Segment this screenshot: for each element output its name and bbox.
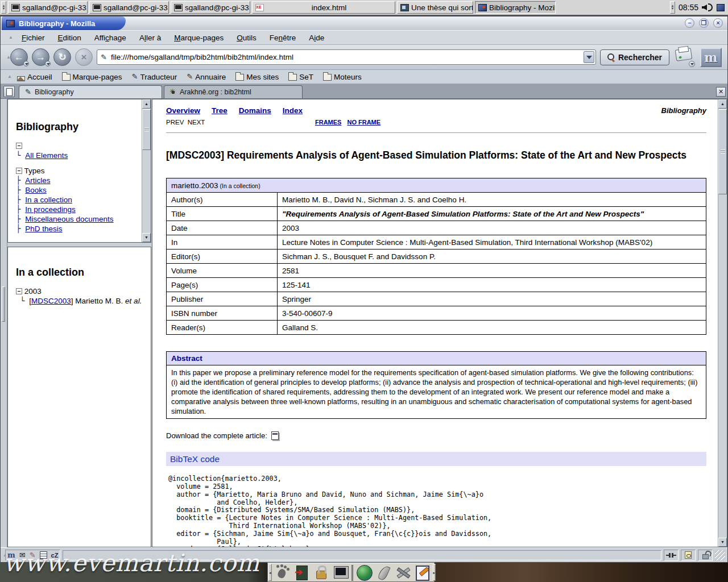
search-button[interactable]: Rechercher — [600, 49, 669, 65]
entry-link[interactable]: MDSC2003 — [31, 297, 71, 305]
bookmark-moteurs[interactable]: Moteurs — [323, 73, 362, 81]
url-dropdown-icon[interactable] — [584, 51, 594, 63]
taskbar-window-button[interactable]: sgalland@pc-gi-33.utbn — [8, 1, 88, 14]
taskbar-window-button[interactable]: sgalland@pc-gi-33.utbn — [89, 1, 169, 14]
back-dropdown-icon[interactable] — [23, 61, 29, 66]
sidebar-link-books[interactable]: Books — [25, 186, 47, 194]
tab-bibliography[interactable]: ✎Bibliography — [19, 85, 162, 98]
bibtex-code: @incollection{marietto.2003, volume = 25… — [168, 475, 706, 547]
mozilla-logo[interactable]: m — [700, 48, 722, 67]
mail-envelope-icon[interactable] — [19, 550, 26, 560]
maximize-button[interactable]: ❐ — [699, 18, 709, 28]
bookmark-pencil-icon[interactable]: ✎ — [101, 54, 107, 61]
offline-indicator[interactable] — [664, 550, 679, 561]
tree-collapse-icon[interactable] — [16, 168, 22, 174]
lock-screen-icon[interactable] — [313, 564, 330, 581]
toolbar-collapse-grippy[interactable]: ▲ — [9, 34, 13, 41]
workspace-switcher[interactable] — [351, 565, 353, 581]
logout-icon[interactable] — [293, 564, 311, 581]
scrollbar-thumb[interactable] — [142, 109, 151, 150]
download-doc-icon[interactable] — [271, 431, 279, 440]
forward-button[interactable]: → — [32, 48, 49, 66]
taskbar-window-button[interactable]: sgalland@pc-gi-33.utbn — [171, 1, 250, 14]
menu-marquepages[interactable]: Marque-pages — [174, 34, 224, 42]
menu-aller[interactable]: Aller à — [139, 34, 161, 42]
scroll-down-button[interactable]: ▼ — [718, 538, 727, 547]
close-button[interactable]: × — [713, 18, 723, 28]
page-nav-link-domains[interactable]: Domains — [239, 106, 271, 115]
scroll-down-button[interactable]: ▼ — [142, 233, 151, 242]
print-button[interactable] — [673, 48, 696, 67]
scroll-up-button[interactable]: ▲ — [718, 99, 727, 109]
applet-icon[interactable] — [717, 4, 725, 11]
sidebar-splitter[interactable] — [1, 99, 7, 547]
sidebar-link-all-elements[interactable]: All Elements — [25, 151, 68, 160]
url-input[interactable] — [110, 52, 581, 62]
toolbar-collapse-grippy[interactable]: ▲ — [7, 73, 12, 81]
bookmark-messites[interactable]: Mes sites — [235, 73, 279, 81]
sidebar-frame-top: Bibliography └ All Elements Types ├ Arti… — [7, 99, 151, 243]
cookie-indicator[interactable] — [681, 550, 696, 561]
feather-icon[interactable] — [375, 564, 392, 581]
frames-link[interactable]: FRAMES — [315, 119, 341, 126]
page-nav-link-index[interactable]: Index — [283, 106, 303, 115]
scroll-up-button[interactable]: ▲ — [142, 99, 151, 109]
sidebar-link-phd-thesis[interactable]: PhD thesis — [25, 225, 62, 233]
taskbar-window-button[interactable]: index.html — [252, 1, 395, 14]
sidebar-link-miscellaneous-documents[interactable]: Miscellaneous documents — [25, 215, 113, 223]
bookmark-accueil[interactable]: Accueil — [17, 73, 52, 81]
security-indicator[interactable] — [698, 550, 713, 561]
taskbar-window-button[interactable]: Une thèse qui sort du lo — [397, 1, 473, 14]
main-scrollbar[interactable]: ▲ ▼ — [718, 99, 727, 547]
mozilla-icon — [478, 4, 487, 11]
noframe-link[interactable]: NO FRAME — [347, 119, 380, 126]
frame-splitter[interactable] — [7, 243, 151, 247]
sidebar-splitter-handle[interactable] — [2, 286, 5, 322]
back-button[interactable]: ← — [10, 48, 28, 66]
menu-fentre[interactable]: Fenêtre — [270, 34, 296, 42]
page-nav-link-tree[interactable]: Tree — [212, 106, 228, 115]
menu-edition[interactable]: Edition — [58, 34, 81, 42]
reload-button[interactable]: ↻ — [53, 48, 71, 66]
sidebar-link-articles[interactable]: Articles — [25, 176, 50, 185]
minimize-button[interactable]: – — [685, 18, 694, 28]
page-nav-link-overview[interactable]: Overview — [166, 106, 200, 115]
chatzilla-icon[interactable] — [51, 550, 59, 560]
taskbar-window-button[interactable]: Bibliography - Mozilla — [475, 1, 556, 14]
tree-collapse-icon[interactable] — [16, 288, 22, 294]
menu-outils[interactable]: Outils — [237, 34, 257, 42]
url-bar[interactable]: ✎ — [97, 49, 596, 65]
tools-icon[interactable] — [394, 564, 411, 581]
globe-icon[interactable] — [355, 564, 373, 581]
sidebar-scrollbar[interactable]: ▲ ▼ — [142, 99, 151, 242]
menu-affichage[interactable]: Affichage — [94, 34, 126, 42]
taskbar-scroll-left[interactable]: ▲▼ — [1, 1, 6, 14]
panel-hide-right[interactable]: ▸ — [433, 564, 436, 581]
stop-button[interactable]: × — [75, 48, 93, 66]
terminal-icon[interactable] — [332, 564, 349, 581]
bookmark-annuaire[interactable]: ✎Annuaire — [187, 73, 226, 81]
resize-grip[interactable] — [715, 550, 725, 560]
speaker-icon[interactable] — [702, 3, 713, 12]
close-tab-button[interactable]: ✕ — [716, 87, 726, 97]
bookmark-set[interactable]: SeT — [288, 73, 313, 81]
taskbar-scroll-right[interactable]: ▲▼ — [670, 1, 675, 14]
bookmark-traducteur[interactable]: ✎Traducteur — [132, 73, 177, 81]
menu-aide[interactable]: Aide — [309, 34, 324, 42]
panel-hide-left[interactable]: ◂ — [268, 564, 272, 581]
composer-icon[interactable] — [30, 550, 36, 560]
menu-fichier[interactable]: Fichier — [22, 34, 45, 42]
bookmark-marquepages[interactable]: Marque-pages — [62, 73, 122, 81]
forward-dropdown-icon[interactable] — [45, 61, 51, 66]
tree-collapse-icon[interactable] — [16, 143, 22, 149]
sidebar-link-in-proceedings[interactable]: In proceedings — [25, 205, 76, 214]
navigator-icon[interactable] — [7, 550, 15, 560]
sidebar-link-in-a-collection[interactable]: In a collection — [25, 196, 72, 204]
gnome-menu-icon[interactable] — [274, 564, 291, 581]
tab-arakhn--org---bib2html[interactable]: Arakhnê.org : bib2html — [164, 85, 303, 98]
print-dropdown-icon[interactable] — [689, 61, 695, 67]
addressbook-icon[interactable] — [40, 551, 47, 559]
new-tab-button[interactable] — [3, 86, 15, 97]
notes-icon[interactable] — [413, 564, 431, 581]
scrollbar-thumb[interactable] — [718, 109, 727, 194]
